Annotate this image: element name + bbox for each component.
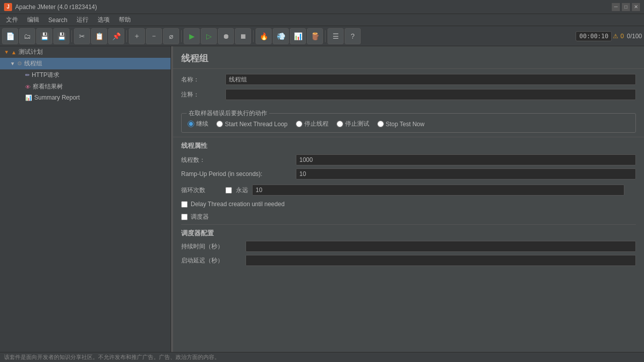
radio-stop-test-now-label: Stop Test Now — [386, 121, 425, 128]
name-section: 名称： 注释： — [173, 69, 644, 109]
ramp-up-label: Ramp-Up Period (in seconds): — [181, 170, 292, 177]
loop-count-input[interactable] — [252, 185, 624, 196]
stop-all-button[interactable]: ⏹ — [235, 28, 251, 44]
expand-icon: ▼ — [4, 49, 9, 55]
sidebar-item-label: 察看结果树 — [33, 82, 63, 91]
remote-stop-button[interactable]: 💨 — [273, 28, 289, 44]
thread-count-row: 线程数： — [181, 154, 636, 165]
radio-continue[interactable]: 继续 — [188, 120, 208, 128]
sidebar-item-summary-report[interactable]: ▶ 📊 Summary Report — [0, 93, 171, 103]
radio-stop-test-now-input[interactable] — [377, 121, 384, 127]
expand-icon: ▶ — [18, 84, 23, 89]
menu-run[interactable]: 运行 — [72, 15, 93, 25]
comment-input[interactable] — [225, 89, 636, 100]
radio-start-next-input[interactable] — [216, 121, 223, 127]
sidebar-item-http-request[interactable]: ▶ ✏ HTTP请求 — [0, 69, 171, 81]
stop-button[interactable]: ⏺ — [218, 28, 234, 44]
save-all-button[interactable]: 💾 — [36, 28, 52, 44]
sidebar-item-label: HTTP请求 — [32, 71, 59, 79]
ramp-up-input[interactable] — [296, 168, 636, 179]
expand-icon: ▶ — [18, 95, 23, 101]
run-current-button[interactable]: ▷ — [201, 28, 217, 44]
new-button[interactable]: 📄 — [2, 28, 18, 44]
sep4 — [253, 30, 254, 42]
scheduler-row: 调度器 — [173, 211, 644, 223]
close-button[interactable]: ✕ — [632, 3, 640, 11]
menu-edit[interactable]: 编辑 — [23, 15, 43, 25]
title-bar: J Apache JMeter (4.0 r1823414) ─ □ ✕ — [0, 0, 644, 14]
name-input[interactable] — [225, 74, 636, 85]
scheduler-checkbox[interactable] — [181, 214, 188, 220]
radio-stop-test[interactable]: 停止测试 — [337, 120, 369, 128]
cut-button[interactable]: ✂ — [74, 28, 90, 44]
log-button[interactable]: 🪵 — [307, 28, 323, 44]
loop-count-row: 循环次数 永远 — [173, 185, 644, 196]
sidebar-item-thread-group[interactable]: ▼ ⚙ 线程组 — [0, 58, 171, 69]
menu-options[interactable]: 选项 — [94, 15, 114, 25]
main-panel: 线程组 名称： 注释： 在取样器错误后要执行的动作 继续 — [173, 46, 644, 352]
duration-input[interactable] — [246, 241, 636, 252]
menu-file[interactable]: 文件 — [2, 15, 22, 25]
test-plan-icon: ▲ — [11, 49, 17, 55]
maximize-button[interactable]: □ — [622, 3, 630, 11]
run-button[interactable]: ▶ — [184, 28, 200, 44]
clear-button[interactable]: ⌀ — [163, 28, 179, 44]
name-row: 名称： — [181, 74, 636, 85]
sidebar-item-label: 线程组 — [24, 59, 42, 68]
menu-help[interactable]: 帮助 — [115, 15, 135, 25]
add-button[interactable]: ＋ — [129, 28, 145, 44]
main-content: ▼ ▲ 测试计划 ▼ ⚙ 线程组 ▶ ✏ HTTP请求 ▶ 👁 察看结果树 ▶ … — [0, 46, 644, 352]
sidebar: ▼ ▲ 测试计划 ▼ ⚙ 线程组 ▶ ✏ HTTP请求 ▶ 👁 察看结果树 ▶ … — [0, 46, 171, 352]
radio-stop-test-input[interactable] — [337, 121, 343, 127]
thread-count-input[interactable] — [296, 154, 636, 165]
summary-report-icon: 📊 — [25, 95, 32, 101]
sidebar-item-result-tree[interactable]: ▶ 👁 察看结果树 — [0, 81, 171, 93]
sep5 — [325, 30, 326, 42]
radio-continue-input[interactable] — [188, 121, 194, 127]
open-templates-button[interactable]: 🗂 — [19, 28, 35, 44]
panel-title: 线程组 — [173, 46, 644, 69]
sidebar-item-test-plan[interactable]: ▼ ▲ 测试计划 — [0, 46, 171, 58]
remote-info-button[interactable]: 📊 — [290, 28, 306, 44]
copy-button[interactable]: 📋 — [91, 28, 107, 44]
result-tree-icon: 👁 — [25, 84, 31, 90]
comment-label: 注释： — [181, 90, 221, 99]
window-controls[interactable]: ─ □ ✕ — [612, 3, 640, 11]
help-button[interactable]: ? — [345, 28, 361, 44]
warning-indicator: ⚠ 0 — [613, 33, 624, 40]
duration-row: 持续时间（秒） — [181, 241, 636, 252]
startup-delay-label: 启动延迟（秒） — [181, 256, 242, 265]
thread-group-icon: ⚙ — [17, 60, 22, 67]
forever-label: 永远 — [236, 186, 248, 195]
remote-start-button[interactable]: 🔥 — [256, 28, 272, 44]
minimize-button[interactable]: ─ — [612, 3, 620, 11]
toolbar: 📄 🗂 💾 💾 ✂ 📋 📌 ＋ － ⌀ ▶ ▷ ⏺ ⏹ 🔥 💨 📊 🪵 ☰ ? … — [0, 26, 644, 46]
radio-stop-thread-input[interactable] — [296, 121, 302, 127]
thread-props-grid: 线程数： Ramp-Up Period (in seconds): — [173, 152, 644, 185]
remove-button[interactable]: － — [146, 28, 162, 44]
list-button[interactable]: ☰ — [328, 28, 344, 44]
sep2 — [126, 30, 127, 42]
error-action-group: 在取样器错误后要执行的动作 继续 Start Next Thread Loop … — [181, 113, 636, 133]
forever-checkbox[interactable] — [225, 187, 232, 194]
status-text: 该套件是面向开发者的知识分享社区。不允许发布和推广广告。广告、政治方面的内容。 — [4, 353, 220, 361]
startup-delay-row: 启动延迟（秒） — [181, 255, 636, 266]
scheduler-config-title: 调度器配置 — [181, 224, 636, 241]
sep3 — [181, 30, 182, 42]
radio-stop-thread[interactable]: 停止线程 — [296, 120, 329, 128]
startup-delay-input[interactable] — [246, 255, 636, 266]
delay-thread-checkbox[interactable] — [181, 201, 188, 208]
expand-icon: ▶ — [18, 72, 23, 78]
radio-start-next[interactable]: Start Next Thread Loop — [216, 121, 288, 128]
error-action-radio-group: 继续 Start Next Thread Loop 停止线程 停止测试 Stop… — [188, 118, 629, 128]
menu-search[interactable]: Search — [44, 16, 71, 25]
menu-bar: 文件 编辑 Search 运行 选项 帮助 — [0, 14, 644, 26]
thread-count-label: 线程数： — [181, 156, 292, 164]
radio-stop-test-label: 停止测试 — [345, 120, 369, 128]
error-count: 0/100 — [627, 33, 642, 40]
timer-display: 00:00:10 — [576, 31, 612, 41]
paste-button[interactable]: 📌 — [108, 28, 124, 44]
window-title: Apache JMeter (4.0 r1823414) — [15, 4, 97, 11]
radio-stop-test-now[interactable]: Stop Test Now — [377, 121, 425, 128]
save-button[interactable]: 💾 — [53, 28, 69, 44]
